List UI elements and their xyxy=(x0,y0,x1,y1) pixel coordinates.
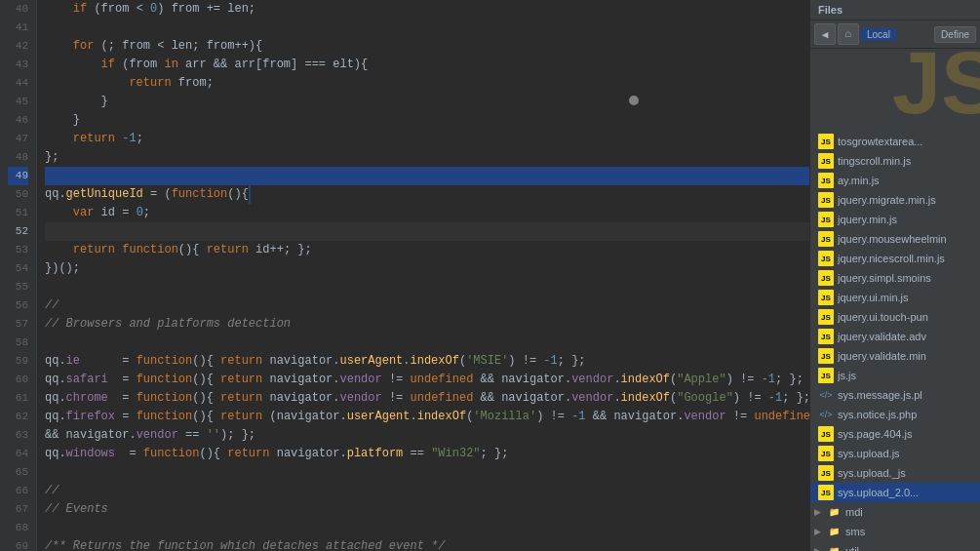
code-line-56: // xyxy=(45,296,809,315)
file-name: jquery.ui.touch-pun xyxy=(838,311,928,323)
ln-42: 42 xyxy=(8,37,28,56)
file-name: jquery.min.js xyxy=(838,214,897,225)
folder-item-util[interactable]: ▶ 📁 util xyxy=(810,541,980,551)
code-line-55 xyxy=(45,278,809,296)
code-line-57: // Browsers and platforms detection xyxy=(45,315,809,334)
ln-50: 50 xyxy=(8,185,28,204)
list-item[interactable]: JS js.js xyxy=(810,366,980,385)
js-icon: JS xyxy=(818,173,834,188)
list-item[interactable]: JS sys.page.404.js xyxy=(810,424,980,444)
file-name: sys.page.404.js xyxy=(838,428,912,440)
chevron-right-icon: ▶ xyxy=(814,527,826,536)
list-item[interactable]: JS jquery.validate.adv xyxy=(810,327,980,346)
file-name: sys.message.js.pl xyxy=(838,389,922,401)
list-item[interactable]: JS ay.min.js xyxy=(810,171,980,190)
code-content[interactable]: if (from < 0) from += len; for (; from <… xyxy=(37,0,809,551)
file-name: jquery.ui.min.js xyxy=(838,292,909,303)
list-item[interactable]: </> sys.message.js.pl xyxy=(810,385,980,405)
file-name: sys.upload.js xyxy=(838,448,900,459)
folder-item-sms[interactable]: ▶ 📁 sms xyxy=(810,522,980,541)
folder-name: sms xyxy=(845,526,865,537)
code-line-50: qq.getUniqueId = (function(){ xyxy=(45,185,809,204)
define-btn[interactable]: Define xyxy=(934,26,976,43)
ln-49: 49 xyxy=(8,167,28,185)
ln-55: 55 xyxy=(8,278,28,296)
files-toolbar: ◀ ⌂ Local Define xyxy=(810,20,980,49)
list-item-selected[interactable]: JS sys.upload_2.0... xyxy=(810,483,980,502)
list-item[interactable]: JS sys.upload._js xyxy=(810,463,980,483)
list-item[interactable]: JS jquery.validate.min xyxy=(810,346,980,366)
list-item[interactable]: JS tingscroll.min.js xyxy=(810,151,980,171)
folder-icon: 📁 xyxy=(826,524,842,539)
js-icon: JS xyxy=(818,348,834,364)
folder-name: util xyxy=(845,545,859,551)
code-line-64: qq.windows = function(){ return navigato… xyxy=(45,445,809,463)
ln-45: 45 xyxy=(8,93,28,111)
toolbar-home-btn[interactable]: ⌂ xyxy=(838,23,859,45)
list-item[interactable]: JS jquery.min.js xyxy=(810,210,980,229)
code-line-68 xyxy=(45,519,809,537)
code-line-44: return from; xyxy=(45,74,809,93)
list-item[interactable]: JS sys.upload.js xyxy=(810,444,980,463)
js-icon: JS xyxy=(818,465,834,481)
ln-66: 66 xyxy=(8,482,28,500)
code-line-59: qq.ie = function(){ return navigator.use… xyxy=(45,352,809,371)
code-line-40: if (from < 0) from += len; xyxy=(45,0,809,19)
js-icon: JS xyxy=(818,485,834,500)
js-logo-watermark: JS xyxy=(907,49,980,122)
editor-area: 40 41 42 43 44 45 46 47 48 49 50 51 52 5… xyxy=(0,0,809,551)
ln-41: 41 xyxy=(8,19,28,37)
file-name: jquery.mousewheelmin xyxy=(838,233,947,245)
file-name: js.js xyxy=(838,370,856,381)
code-line-58 xyxy=(45,334,809,352)
js-icon: JS xyxy=(818,309,834,325)
list-item[interactable]: JS jquery.simpl.smoins xyxy=(810,268,980,288)
file-name: jquery.migrate.min.js xyxy=(838,194,936,206)
code-line-47: return -1; xyxy=(45,130,809,148)
files-list: JS tosgrowtextarea... JS tingscroll.min.… xyxy=(810,132,980,551)
code-line-46: } xyxy=(45,111,809,130)
ln-57: 57 xyxy=(8,315,28,334)
list-item[interactable]: JS jquery.ui.min.js xyxy=(810,288,980,307)
js-icon: JS xyxy=(818,368,834,383)
folder-name: mdi xyxy=(845,506,863,518)
ln-59: 59 xyxy=(8,352,28,371)
js-icon: JS xyxy=(818,153,834,169)
ln-65: 65 xyxy=(8,463,28,482)
local-tab[interactable]: Local xyxy=(861,28,896,41)
ln-44: 44 xyxy=(8,74,28,93)
ln-60: 60 xyxy=(8,371,28,389)
file-name: ay.min.js xyxy=(838,175,880,186)
chevron-right-icon: ▶ xyxy=(814,507,826,517)
files-header: Files xyxy=(810,0,980,20)
ln-62: 62 xyxy=(8,408,28,426)
js-icon: JS xyxy=(818,290,834,305)
ln-58: 58 xyxy=(8,334,28,352)
toolbar-back-btn[interactable]: ◀ xyxy=(814,23,836,45)
list-item[interactable]: JS jquery.ui.touch-pun xyxy=(810,307,980,327)
list-item[interactable]: JS jquery.migrate.min.js xyxy=(810,190,980,210)
list-item[interactable]: JS jquery.mousewheelmin xyxy=(810,229,980,249)
js-icon: JS xyxy=(818,231,834,247)
file-name: sys.upload._js xyxy=(838,467,906,479)
js-icon: JS xyxy=(818,192,834,208)
list-item[interactable]: </> sys.notice.js.php xyxy=(810,405,980,424)
list-item[interactable]: JS jquery.nicescroll.min.js xyxy=(810,249,980,268)
code-line-61: qq.chrome = function(){ return navigator… xyxy=(45,389,809,408)
dot-indicator xyxy=(629,96,639,105)
code-line-54: })(); xyxy=(45,259,809,278)
ln-47: 47 xyxy=(8,130,28,148)
code-line-53: return function(){ return id++; }; xyxy=(45,241,809,259)
js-icon: JS xyxy=(818,270,834,286)
ln-53: 53 xyxy=(8,241,28,259)
file-name: jquery.simpl.smoins xyxy=(838,272,931,284)
code-line-49 xyxy=(45,167,809,185)
code-line-63: && navigator.vendor == ''); }; xyxy=(45,426,809,445)
list-item[interactable]: JS tosgrowtextarea... xyxy=(810,132,980,151)
folder-item-mdi[interactable]: ▶ 📁 mdi xyxy=(810,502,980,522)
code-line-42: for (; from < len; from++){ xyxy=(45,37,809,56)
ln-63: 63 xyxy=(8,426,28,445)
files-title: Files xyxy=(818,4,843,16)
code-line-51: var id = 0; xyxy=(45,204,809,222)
line-numbers: 40 41 42 43 44 45 46 47 48 49 50 51 52 5… xyxy=(0,0,37,551)
